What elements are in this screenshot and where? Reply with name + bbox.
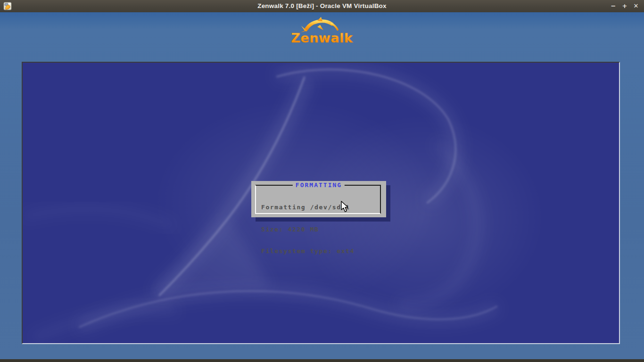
formatting-dialog: FORMATTING Formatting /dev/sda1 Size: 42… [251,181,386,217]
zenwalk-logo: Zenwalk [286,17,358,45]
dialog-text-line: Size: 4220 MB [261,226,355,233]
logo-text: Zenwalk [291,31,354,45]
minimize-button[interactable]: − [609,2,618,10]
titlebar: Zenwalk 7.0 [Beží] - Oracle VM VirtualBo… [0,0,644,12]
dialog-text-line: Filesystem type: ext4 [261,247,355,255]
vm-display[interactable]: Zenwalk [0,12,644,359]
maximize-button[interactable]: + [620,2,629,10]
window-controls: − + ✕ [609,0,640,12]
dialog-title: FORMATTING [293,181,345,189]
window-title: Zenwalk 7.0 [Beží] - Oracle VM VirtualBo… [0,0,644,12]
close-button[interactable]: ✕ [632,2,640,10]
mouse-cursor-icon [340,201,349,213]
window-bottom-edge [0,359,644,362]
